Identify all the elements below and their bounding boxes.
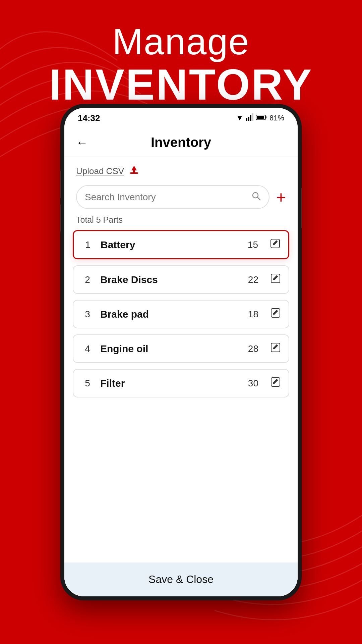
- app-header: ← Inventory: [64, 128, 298, 157]
- item-qty-3: 18: [248, 309, 258, 320]
- phone-screen: 14:32 ▼: [64, 108, 298, 596]
- volume-up-button: [60, 171, 61, 198]
- edit-icon-4[interactable]: [270, 342, 281, 355]
- svg-point-9: [253, 193, 258, 198]
- upload-csv-link[interactable]: Upload CSV: [76, 166, 124, 176]
- inventory-item-3[interactable]: 3 Brake pad 18: [73, 300, 289, 328]
- phone-frame: 14:32 ▼: [60, 104, 302, 600]
- edit-icon-2[interactable]: [270, 273, 281, 286]
- svg-rect-2: [250, 115, 251, 121]
- svg-rect-5: [265, 116, 266, 118]
- item-qty-1: 15: [248, 239, 258, 250]
- status-icons: ▼ 8: [236, 113, 284, 123]
- item-name-2: Brake Discs: [100, 274, 241, 285]
- battery-icon: [256, 114, 267, 122]
- manage-label: Manage: [0, 20, 362, 63]
- svg-marker-8: [131, 166, 137, 172]
- edit-icon-5[interactable]: [270, 377, 281, 389]
- item-qty-2: 22: [248, 274, 258, 285]
- search-container: [76, 185, 269, 209]
- app-title: Inventory: [151, 135, 211, 150]
- edit-icon-1[interactable]: [270, 238, 280, 251]
- save-close-button[interactable]: Save & Close: [64, 562, 298, 596]
- header-section: Manage INVENTORY: [0, 20, 362, 106]
- inventory-item-4[interactable]: 4 Engine oil 28: [73, 334, 289, 363]
- save-close-label: Save & Close: [148, 573, 214, 585]
- upload-row: Upload CSV: [64, 157, 298, 182]
- inventory-item-1[interactable]: 1 Battery 15: [73, 230, 289, 259]
- edit-icon-3[interactable]: [270, 308, 281, 320]
- item-name-3: Brake pad: [100, 309, 241, 320]
- app-content: ← Inventory Upload CSV: [64, 128, 298, 596]
- item-name-5: Filter: [100, 378, 241, 389]
- item-number-1: 1: [82, 239, 94, 250]
- search-input[interactable]: [85, 192, 247, 203]
- svg-rect-3: [252, 113, 253, 121]
- volume-down-button: [60, 205, 61, 231]
- inventory-item-2[interactable]: 2 Brake Discs 22: [73, 265, 289, 294]
- svg-rect-7: [130, 172, 138, 174]
- power-button: [301, 188, 302, 228]
- svg-rect-6: [257, 116, 264, 119]
- status-bar: 14:32 ▼: [64, 108, 298, 128]
- svg-rect-0: [246, 118, 247, 121]
- total-parts-label: Total 5 Parts: [64, 212, 298, 230]
- item-number-3: 3: [81, 309, 94, 320]
- item-name-1: Battery: [101, 239, 241, 251]
- svg-line-10: [257, 198, 260, 200]
- status-time: 14:32: [78, 113, 100, 123]
- upload-icon[interactable]: [129, 164, 139, 178]
- wifi-icon: ▼: [236, 114, 243, 122]
- battery-percent: 81%: [269, 114, 284, 122]
- search-icon[interactable]: [251, 191, 261, 203]
- item-name-4: Engine oil: [100, 343, 241, 355]
- svg-rect-1: [248, 117, 249, 121]
- back-button[interactable]: ←: [76, 136, 88, 150]
- item-qty-4: 28: [248, 343, 258, 354]
- item-number-4: 4: [81, 343, 94, 354]
- inventory-hero-label: INVENTORY: [0, 63, 362, 106]
- inventory-list: 1 Battery 15 2 Brake Discs 22: [64, 230, 298, 562]
- add-item-button[interactable]: +: [276, 189, 286, 206]
- inventory-item-5[interactable]: 5 Filter 30: [73, 369, 289, 397]
- item-number-2: 2: [81, 274, 94, 285]
- item-number-5: 5: [81, 378, 94, 389]
- item-qty-5: 30: [248, 378, 258, 389]
- search-row: +: [64, 182, 298, 212]
- signal-icon: [246, 113, 253, 123]
